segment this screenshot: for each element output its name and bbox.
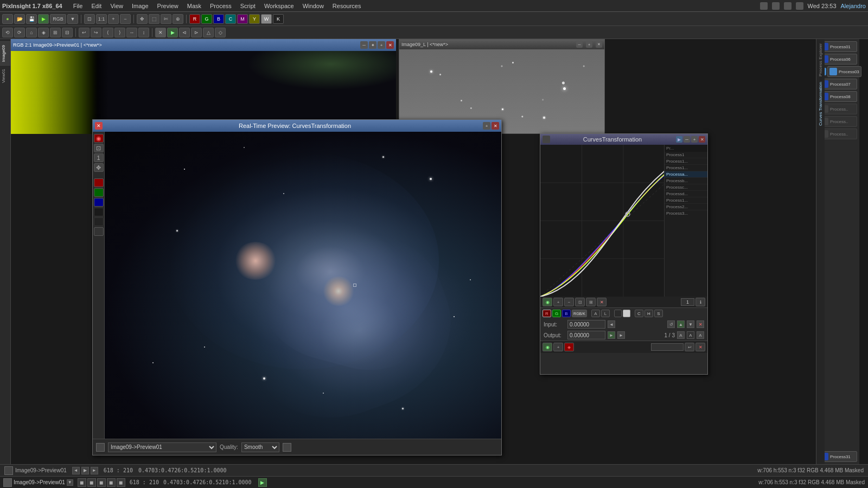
ch-btn-c[interactable]: C — [635, 310, 643, 317]
tb-color-r[interactable]: R — [189, 14, 200, 24]
preview-tb-green[interactable] — [94, 188, 104, 197]
menu-window[interactable]: Window — [298, 2, 328, 10]
status-nav-4[interactable]: ◼ — [107, 478, 116, 487]
preview-settings-btn[interactable] — [283, 443, 291, 452]
tb-dropdown-rgb[interactable]: ▼ — [67, 14, 78, 24]
curves-bottom-zoom[interactable]: + — [553, 343, 563, 351]
output-arrow-right[interactable]: ► — [608, 331, 615, 339]
main-win-max[interactable]: + — [378, 41, 385, 49]
tb-zoom-in[interactable]: + — [108, 14, 119, 24]
output-icon-1[interactable]: A — [677, 331, 685, 339]
ch-btn-r[interactable]: R — [542, 310, 551, 317]
tb-color-g[interactable]: G — [201, 14, 212, 24]
ch-btn-swatch2[interactable] — [623, 310, 630, 317]
tb2-btn-2[interactable]: ⟳ — [14, 28, 25, 37]
preview-tb-blue[interactable] — [94, 198, 104, 207]
menu-process[interactable]: Process — [206, 2, 236, 10]
tb2-btn-7[interactable]: ⟨ — [103, 28, 113, 37]
curves-tb-select[interactable]: ◉ — [542, 298, 552, 306]
curves-bottom-reset[interactable]: ↩ — [685, 343, 694, 351]
input-delete[interactable]: ✕ — [697, 320, 704, 328]
tb2-btn-8[interactable]: ⟩ — [114, 28, 125, 37]
quality-select[interactable]: Smooth — [241, 442, 279, 452]
tb2-btn-4[interactable]: ◈ — [38, 28, 49, 37]
tb2-flip-h[interactable]: ↔ — [126, 28, 137, 37]
curves-tb-fit[interactable]: ⊡ — [575, 298, 585, 306]
tb2-redo[interactable]: ↪ — [91, 28, 101, 37]
r-tab-process-explorer[interactable]: Process Explorer — [818, 41, 824, 79]
preview-expand-btn[interactable]: + — [483, 122, 490, 130]
curves-bottom-select[interactable]: ◉ — [542, 343, 552, 351]
tb2-btn-5[interactable]: ⊞ — [50, 28, 61, 37]
preview-close-btn[interactable]: ✕ — [95, 122, 103, 130]
curves-bottom-close[interactable]: ✕ — [695, 343, 705, 351]
curves-tb-expand[interactable]: ⊞ — [586, 298, 596, 306]
tb2-btn-9[interactable]: ⊲ — [179, 28, 190, 37]
tb-btn-3[interactable]: ✄ — [161, 14, 171, 24]
process-item-p03[interactable]: Process03 — [827, 66, 861, 77]
nav-prev-btn[interactable]: ◄ — [72, 467, 80, 474]
input-arrow-left[interactable]: ◄ — [608, 320, 615, 328]
menu-script[interactable]: Script — [236, 2, 260, 10]
tb-color-c[interactable]: C — [225, 14, 236, 24]
menu-file[interactable]: File — [69, 2, 87, 10]
tb2-btn-3[interactable]: ⌂ — [26, 28, 37, 37]
tb2-undo[interactable]: ↩ — [79, 28, 90, 37]
tb2-btn-11[interactable]: △ — [203, 28, 214, 37]
tb-color-w[interactable]: W — [261, 14, 272, 24]
curves-tb-zoom-in[interactable]: + — [553, 298, 563, 306]
curves-btn-exec[interactable]: ▶ — [676, 136, 682, 143]
preview-tb-btn-5[interactable] — [94, 208, 104, 216]
ch-btn-g[interactable]: G — [552, 310, 561, 317]
main-win-float[interactable]: ✦ — [369, 41, 376, 49]
tb-save[interactable]: 💾 — [26, 14, 37, 24]
tb-new[interactable]: ● — [2, 14, 13, 24]
preview-image-select[interactable]: Image09->Preview01 — [108, 442, 216, 452]
output-arrow-right2[interactable]: ► — [617, 331, 625, 339]
tb-btn-1[interactable]: ▶ — [38, 14, 49, 24]
preview-close-btn2[interactable]: ✕ — [492, 122, 499, 130]
preview-tb-btn-6[interactable] — [94, 217, 104, 226]
tb-open[interactable]: 📂 — [14, 14, 25, 24]
input-value-field[interactable] — [567, 320, 605, 329]
tb-color-k[interactable]: K — [273, 14, 284, 24]
status-nav-5[interactable]: ◼ — [117, 478, 125, 487]
nav-next-btn[interactable]: ► — [91, 467, 98, 474]
preview-tb-zoom-fit[interactable]: ⊡ — [94, 144, 104, 152]
curves-win-max[interactable]: + — [691, 136, 698, 143]
main-win-close[interactable]: ✕ — [386, 41, 394, 49]
ch-btn-a[interactable]: A — [591, 310, 600, 317]
nav-play-btn[interactable]: ▶ — [81, 467, 89, 474]
input-reset[interactable]: ↺ — [667, 320, 675, 328]
status-dropdown-btn[interactable]: ▼ — [67, 479, 73, 486]
tb-color-b[interactable]: B — [213, 14, 224, 24]
menu-view[interactable]: View — [106, 2, 127, 10]
gray-win-min[interactable]: ─ — [576, 41, 583, 48]
preview-tb-zoom-1[interactable]: 1 — [94, 153, 104, 162]
tb-color-y[interactable]: Y — [249, 14, 260, 24]
menu-workspace[interactable]: Workspace — [260, 2, 298, 10]
output-value-field[interactable] — [567, 331, 605, 339]
tb2-preview-off[interactable]: ✕ — [155, 28, 166, 37]
ch-btn-swatch1[interactable] — [614, 310, 622, 317]
curves-win-close[interactable]: ✕ — [699, 136, 705, 143]
tb2-preview-on[interactable]: ▶ — [167, 28, 178, 37]
tb-btn-4[interactable]: ⊕ — [173, 14, 183, 24]
tb-color-m[interactable]: M — [237, 14, 248, 24]
curves-tb-reset-pt[interactable]: ✕ — [597, 298, 607, 306]
input-arrow-up[interactable]: ▲ — [677, 320, 685, 328]
status-nav-2[interactable]: ◼ — [87, 478, 96, 487]
menu-edit[interactable]: Edit — [87, 2, 106, 10]
gray-win-close[interactable]: ✕ — [596, 41, 602, 48]
ch-btn-l[interactable]: L — [601, 310, 610, 317]
preview-tb-red[interactable] — [94, 178, 104, 187]
tb2-btn-12[interactable]: ◇ — [215, 28, 226, 37]
output-icon-2[interactable]: A — [687, 331, 694, 339]
menu-mask[interactable]: Mask — [183, 2, 206, 10]
curves-tb-zoom-out[interactable]: − — [564, 298, 574, 306]
ch-btn-s[interactable]: S — [654, 310, 663, 317]
tb-btn-2[interactable]: RGB — [50, 14, 66, 24]
curves-bottom-sample[interactable]: ◈ — [564, 343, 574, 351]
status-nav-1[interactable]: ◼ — [78, 478, 86, 487]
tab-image09[interactable]: Image09 — [0, 41, 10, 65]
